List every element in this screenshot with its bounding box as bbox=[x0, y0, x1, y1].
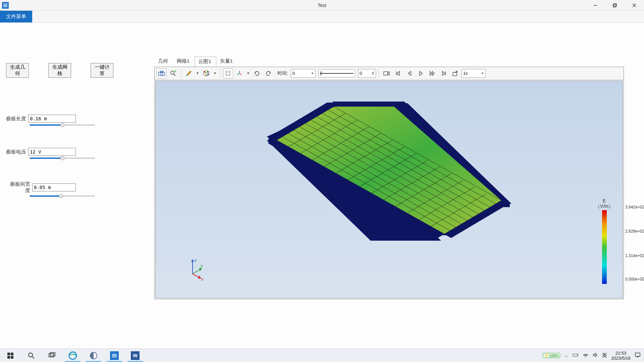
last-icon[interactable] bbox=[439, 68, 449, 78]
svg-rect-84 bbox=[49, 354, 54, 357]
plate-mesh bbox=[267, 100, 512, 244]
svg-rect-80 bbox=[7, 356, 10, 359]
taskview-button[interactable] bbox=[42, 349, 62, 362]
param-length: 极板长度 bbox=[6, 115, 113, 126]
svg-point-17 bbox=[229, 71, 230, 72]
start-button[interactable] bbox=[0, 349, 21, 362]
ime-indicator[interactable]: 英 bbox=[602, 352, 607, 359]
svg-rect-81 bbox=[11, 356, 13, 359]
separator bbox=[220, 69, 220, 78]
time-select[interactable]: 0▼ bbox=[291, 69, 316, 78]
notifications-icon[interactable] bbox=[635, 352, 641, 359]
svg-line-72 bbox=[193, 269, 201, 274]
svg-rect-12 bbox=[207, 71, 208, 72]
gen-mesh-button[interactable]: 生成网格 bbox=[48, 63, 71, 78]
speed-select[interactable]: 1x▼ bbox=[462, 69, 486, 78]
svg-rect-85 bbox=[50, 353, 55, 356]
export-icon[interactable] bbox=[450, 68, 460, 78]
param-length-input[interactable] bbox=[28, 115, 76, 123]
time-progress[interactable] bbox=[318, 69, 355, 77]
next-icon[interactable] bbox=[427, 68, 437, 78]
viz-area: 几何 网格1 云图1 矢量1 ▼ ▼ ▼ 时间: 0▼ bbox=[154, 56, 624, 299]
close-button[interactable] bbox=[625, 0, 644, 11]
viz-tabs: 几何 网格1 云图1 矢量1 bbox=[154, 56, 624, 66]
task-app[interactable] bbox=[104, 349, 125, 362]
svg-point-86 bbox=[69, 352, 76, 359]
tab-cloud[interactable]: 云图1 bbox=[195, 57, 216, 66]
axes-dropdown[interactable]: ▼ bbox=[246, 71, 251, 75]
tab-mesh[interactable]: 网格1 bbox=[173, 56, 195, 66]
separator bbox=[181, 69, 181, 78]
svg-point-7 bbox=[161, 72, 163, 75]
compute-button[interactable]: 一键计算 bbox=[91, 63, 113, 78]
svg-point-10 bbox=[186, 75, 187, 76]
viz-toolbar: ▼ ▼ ▼ 时间: 0▼ 0▲▼ bbox=[155, 67, 624, 80]
svg-text:y: y bbox=[201, 263, 203, 268]
brush-dropdown[interactable]: ▼ bbox=[195, 71, 200, 75]
frame-spin[interactable]: 0▲▼ bbox=[358, 69, 376, 78]
svg-rect-6 bbox=[160, 71, 163, 72]
color-legend: E（V/m） bbox=[595, 198, 613, 284]
param-voltage: 极板电压 bbox=[6, 148, 113, 159]
param-length-label: 极板长度 bbox=[6, 116, 26, 122]
axes-icon[interactable] bbox=[234, 68, 245, 78]
param-gap-slider[interactable] bbox=[30, 195, 95, 197]
tab-geom[interactable]: 几何 bbox=[154, 56, 173, 66]
minimize-button[interactable] bbox=[586, 0, 605, 11]
param-voltage-slider[interactable] bbox=[30, 157, 95, 159]
svg-line-83 bbox=[32, 357, 34, 359]
play-icon[interactable] bbox=[416, 68, 426, 78]
svg-rect-26 bbox=[453, 72, 457, 76]
svg-marker-65 bbox=[327, 103, 401, 107]
cube-dropdown[interactable]: ▼ bbox=[213, 71, 217, 75]
prev-icon[interactable] bbox=[405, 68, 415, 78]
svg-point-19 bbox=[229, 74, 230, 75]
left-panel: 生成几何 生成网格 一键计算 极板长度 极板电压 bbox=[6, 63, 113, 219]
fit-icon[interactable] bbox=[223, 68, 233, 78]
rotate-ccw-icon[interactable] bbox=[252, 68, 262, 78]
app-icon bbox=[2, 2, 9, 9]
gen-geom-button[interactable]: 生成几何 bbox=[6, 63, 29, 78]
cube-icon[interactable] bbox=[201, 68, 211, 78]
viz-canvas[interactable]: z y x E（V/m） 3.942e+02 2.628e+02 1.314e bbox=[155, 80, 623, 298]
maximize-button[interactable] bbox=[605, 0, 625, 11]
tray-volume-icon[interactable] bbox=[593, 353, 598, 358]
svg-point-18 bbox=[226, 74, 227, 75]
task-word[interactable]: W bbox=[125, 349, 146, 362]
svg-rect-11 bbox=[204, 71, 205, 72]
svg-rect-23 bbox=[384, 72, 388, 75]
tray-wired-icon[interactable] bbox=[573, 353, 579, 358]
separator bbox=[379, 69, 379, 78]
tab-vector[interactable]: 矢量1 bbox=[216, 56, 238, 66]
zoom-icon[interactable] bbox=[168, 68, 178, 78]
main-area: 生成几何 生成网格 一键计算 极板长度 极板电压 bbox=[0, 23, 644, 349]
task-edge[interactable] bbox=[62, 349, 83, 362]
camera-icon[interactable] bbox=[157, 68, 167, 78]
svg-line-22 bbox=[237, 73, 239, 75]
search-button[interactable] bbox=[21, 349, 42, 362]
svg-point-16 bbox=[226, 71, 227, 72]
menubar: 文件菜单 bbox=[0, 11, 644, 23]
datetime[interactable]: 22:53 2023/5/16 bbox=[611, 351, 631, 361]
menu-file[interactable]: 文件菜单 bbox=[0, 11, 32, 22]
svg-text:z: z bbox=[195, 258, 197, 263]
tray-chevron-icon[interactable]: ︿ bbox=[564, 353, 569, 359]
svg-marker-73 bbox=[199, 268, 202, 271]
param-length-slider[interactable] bbox=[30, 124, 95, 126]
record-icon[interactable] bbox=[382, 68, 392, 78]
svg-rect-2 bbox=[614, 4, 616, 6]
param-voltage-input[interactable] bbox=[28, 148, 76, 156]
battery-indicator[interactable]: ⚡100% bbox=[543, 353, 560, 358]
tray-wifi-icon[interactable] bbox=[583, 353, 589, 358]
task-browser[interactable] bbox=[83, 349, 104, 362]
param-gap-input[interactable] bbox=[32, 183, 76, 191]
svg-rect-13 bbox=[205, 74, 207, 75]
rotate-cw-icon[interactable] bbox=[263, 68, 273, 78]
brush-icon[interactable] bbox=[184, 68, 194, 78]
param-gap-label: 极板间宽度 bbox=[6, 181, 30, 194]
taskbar: W ⚡100% ︿ 英 22:53 2023/5/16 bbox=[0, 349, 644, 362]
svg-line-9 bbox=[174, 74, 175, 76]
svg-point-8 bbox=[171, 71, 174, 74]
svg-point-90 bbox=[585, 356, 586, 357]
first-icon[interactable] bbox=[393, 68, 403, 78]
